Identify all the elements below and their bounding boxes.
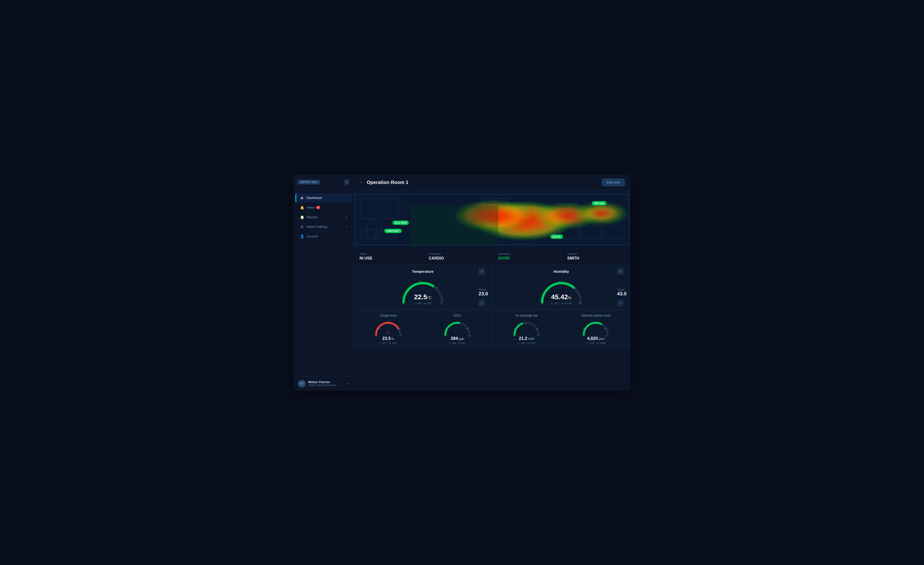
- temperature-gauge-svg: 0 30 8 15 45 22.5°C L: 254 H: 302: [399, 276, 447, 305]
- main-content: ← Operation Room 1 Edit room: [354, 174, 630, 391]
- humidity-minus-button[interactable]: −: [617, 300, 624, 306]
- vocs-low-high: L: 254 H: 302: [427, 342, 488, 345]
- temperature-center-value: 22.5°C L: 254 H: 302: [414, 293, 432, 305]
- status-label-surgeon: Surgeon: [567, 252, 625, 255]
- humidity-target-value: 43.0: [617, 291, 627, 297]
- temperature-plus-button[interactable]: +: [478, 268, 485, 275]
- svg-text:45: 45: [435, 286, 438, 289]
- account-icon: 👤: [300, 234, 304, 238]
- small-gauges-grid: Oxygen level 15 20 25 17.5 22.5 ⚠: [354, 310, 630, 349]
- svg-text:15: 15: [375, 335, 377, 337]
- svg-text:70: 70: [573, 286, 575, 289]
- svg-text:0: 0: [513, 335, 514, 337]
- svg-rect-3: [362, 229, 375, 238]
- humidity-gauge-svg: 15 50 80 29 70 45.42% L: 43.2 H: 47.54: [537, 276, 585, 305]
- status-label-ventilation: Ventilation: [498, 252, 556, 255]
- svg-text:8: 8: [441, 302, 442, 305]
- dashboard-icon: ⊞: [300, 196, 304, 200]
- reports-label: Reports: [306, 215, 318, 219]
- svg-text:22.5: 22.5: [397, 328, 400, 330]
- heatmap-svg: [354, 191, 630, 249]
- svg-text:15: 15: [406, 291, 408, 293]
- status-bar: Status IN USE Procedure CARDIO Ventilati…: [354, 249, 630, 265]
- admin-label: Admin Settings: [306, 225, 327, 228]
- svg-text:15: 15: [514, 328, 516, 330]
- heatmap-badge-ach: 21.2 ACH: [393, 220, 409, 225]
- admin-chevron: ▾: [346, 225, 347, 228]
- nav-menu: ⊞ Dashboard 🔔 Alerts 2 📋 Reports ▾ ⚙ Adm…: [294, 190, 354, 376]
- sidebar-item-admin[interactable]: ⚙ Admin Settings ▾: [296, 222, 351, 231]
- svg-text:15: 15: [541, 302, 543, 305]
- particles-title: Airborne particle count: [565, 314, 627, 317]
- sidebar-item-account[interactable]: 👤 Account: [296, 232, 351, 241]
- sidebar-item-reports[interactable]: 📋 Reports ▾: [296, 213, 351, 222]
- user-info: William Fletcher william_fletcher@mail.c…: [308, 381, 348, 387]
- svg-text:7.5K: 7.5K: [603, 328, 607, 330]
- alerts-icon: 🔔: [300, 205, 304, 210]
- temperature-card: Temperature + Target 23.0 −: [354, 265, 492, 310]
- sidebar: ENTITY INC ◀ ⊞ Dashboard 🔔 Alerts 2 📋 Re…: [294, 174, 354, 391]
- sidebar-item-dashboard[interactable]: ⊞ Dashboard: [296, 193, 351, 202]
- svg-text:2.5K: 2.5K: [582, 328, 586, 330]
- status-value-procedure: CARDIO: [429, 256, 486, 261]
- svg-text:30: 30: [525, 322, 527, 324]
- sidebar-item-alerts[interactable]: 🔔 Alerts 2: [296, 203, 351, 212]
- particles-card: Airborne particle count 0 2.5K 5K 2.5K 7…: [561, 310, 631, 349]
- humidity-title: Humidity: [497, 270, 626, 273]
- alerts-badge: 2: [316, 206, 320, 209]
- avatar-initials: WF: [300, 382, 304, 385]
- collapse-button[interactable]: ◀: [344, 179, 350, 185]
- svg-text:20: 20: [386, 322, 388, 324]
- particles-low-high: L: 4,322 H: 4,980: [565, 342, 627, 345]
- svg-text:0: 0: [444, 335, 446, 337]
- particles-gauge: 0 2.5K 5K 2.5K 7.5K: [581, 319, 610, 336]
- alerts-label: Alerts: [306, 206, 315, 209]
- svg-text:40: 40: [537, 335, 539, 337]
- svg-rect-8: [581, 226, 601, 238]
- oxygen-gauge: 15 20 25 17.5 22.5 ⚠: [374, 319, 403, 336]
- svg-text:29: 29: [544, 290, 546, 293]
- humidity-gauge-wrapper: 15 50 80 29 70 45.42% L: 43.2 H: 47.54: [497, 276, 626, 305]
- logo: ENTITY INC: [297, 180, 320, 184]
- admin-icon: ⚙: [300, 225, 304, 229]
- heatmap-badge-temp: 22.5°C: [550, 235, 563, 239]
- humidity-plus-button[interactable]: +: [617, 268, 624, 275]
- svg-rect-1: [360, 198, 398, 218]
- user-email: william_fletcher@mail.com: [308, 384, 348, 387]
- svg-text:0: 0: [402, 302, 403, 305]
- status-item-status: Status IN USE: [354, 249, 423, 264]
- air-exchange-low-high: L: 20.8 H: 25.8: [496, 342, 557, 345]
- svg-text:30: 30: [419, 281, 422, 283]
- large-gauges-grid: Temperature + Target 23.0 −: [354, 265, 630, 310]
- oxygen-value: 23.5 %: [358, 336, 419, 341]
- user-footer: WF William Fletcher william_fletcher@mai…: [294, 376, 354, 391]
- status-item-procedure: Procedure CARDIO: [423, 249, 492, 264]
- edit-room-button[interactable]: Edit room: [602, 179, 625, 186]
- status-label-procedure: Procedure: [429, 252, 486, 255]
- humidity-center-value: 45.42% L: 43.2 H: 47.54: [551, 293, 571, 305]
- temperature-target-label: Target: [478, 288, 488, 291]
- temperature-target-value: 23.0: [478, 291, 488, 297]
- svg-text:2.5K: 2.5K: [592, 322, 596, 324]
- svg-text:35: 35: [535, 328, 537, 330]
- oxygen-low-high: L: 20.7 H: 23.5: [358, 342, 419, 345]
- air-exchange-card: Air exchange rate 0 30 40 15 35 21.2 ACH: [492, 310, 561, 349]
- account-label: Account: [306, 235, 318, 238]
- svg-text:150: 150: [445, 328, 448, 330]
- reports-chevron: ▾: [346, 216, 347, 219]
- temperature-minus-button[interactable]: −: [478, 300, 485, 306]
- temperature-gauge-wrapper: 0 30 8 15 45 22.5°C L: 254 H: 302: [358, 276, 487, 305]
- status-item-surgeon: Surgeon SMITH: [561, 249, 630, 264]
- status-value-ventilation: GOOD: [498, 256, 556, 261]
- vocs-title: VOCs: [427, 314, 488, 317]
- air-exchange-gauge: 0 30 40 15 35: [512, 319, 541, 336]
- temperature-low-high: L: 254 H: 302: [414, 302, 432, 305]
- humidity-controls: + Target 43.0 −: [617, 268, 627, 306]
- vocs-value: 284 ppb: [427, 336, 488, 341]
- svg-text:450: 450: [465, 328, 469, 330]
- air-exchange-title: Air exchange rate: [496, 314, 557, 317]
- humidity-target-label: Target: [617, 288, 627, 291]
- svg-rect-9: [604, 226, 624, 238]
- back-arrow-icon[interactable]: ←: [360, 180, 364, 185]
- dashboard-label: Dashboard: [306, 196, 322, 199]
